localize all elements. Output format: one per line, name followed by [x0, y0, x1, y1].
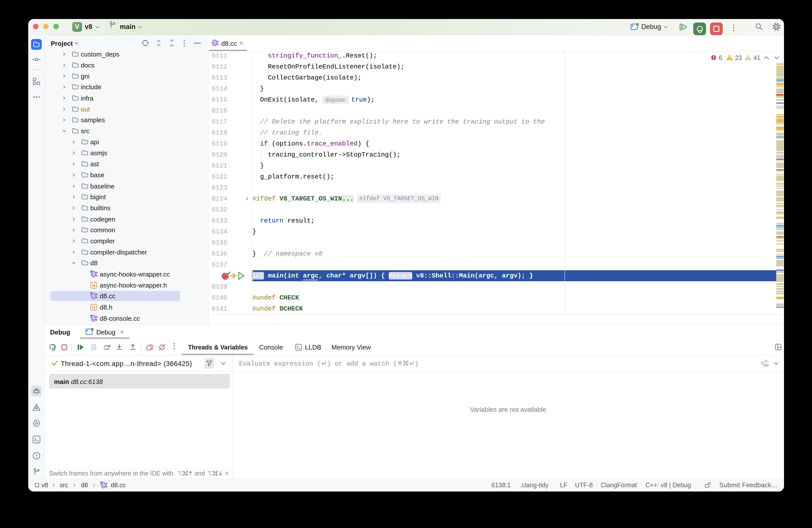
- svg-text:C: C: [213, 41, 216, 45]
